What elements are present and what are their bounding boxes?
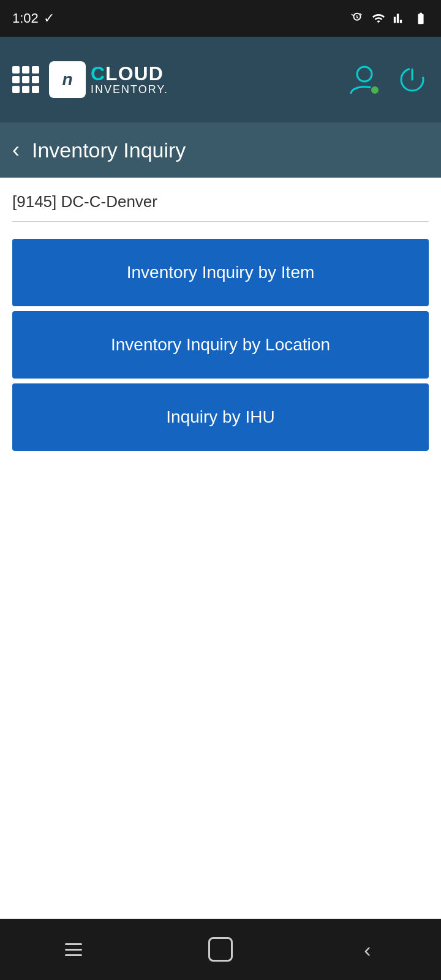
main-content: [9145] DC-C-Denver Inventory Inquiry by … [0, 178, 441, 919]
location-label: [9145] DC-C-Denver [12, 192, 429, 211]
status-icons [350, 12, 429, 25]
time-text: 1:02 [12, 10, 39, 26]
app-header: n CLOUD INVENTORY. [0, 37, 441, 123]
battery-icon [413, 12, 429, 25]
logo-box: n [49, 61, 86, 98]
check-icon: ✓ [43, 10, 55, 26]
recents-button[interactable] [55, 931, 92, 968]
inventory-text: INVENTORY. [91, 83, 168, 96]
header-right [348, 63, 429, 96]
header-left: n CLOUD INVENTORY. [12, 61, 168, 98]
back-nav-button[interactable]: ‹ [349, 931, 386, 968]
grid-menu-icon[interactable] [12, 66, 39, 93]
cloud-text: CLOUD [91, 64, 164, 83]
logo: n CLOUD INVENTORY. [49, 61, 168, 98]
divider [12, 221, 429, 222]
btn-inquiry-by-location[interactable]: Inventory Inquiry by Location [12, 311, 429, 379]
logo-text: CLOUD INVENTORY. [91, 64, 168, 96]
online-indicator [370, 85, 380, 95]
back-button[interactable]: ‹ [12, 139, 20, 161]
btn-inquiry-by-ihu[interactable]: Inquiry by IHU [12, 383, 429, 451]
wifi-icon [371, 12, 386, 25]
status-time: 1:02 ✓ [12, 10, 55, 26]
power-icon[interactable] [396, 63, 429, 96]
status-bar: 1:02 ✓ [0, 0, 441, 37]
page-title-bar: ‹ Inventory Inquiry [0, 123, 441, 178]
home-icon [208, 937, 233, 962]
btn-inquiry-by-item[interactable]: Inventory Inquiry by Item [12, 239, 429, 306]
alarm-icon [350, 12, 364, 25]
user-icon-wrap[interactable] [348, 63, 381, 96]
svg-point-0 [357, 67, 372, 81]
page-title: Inventory Inquiry [32, 138, 186, 162]
home-button[interactable] [202, 931, 239, 968]
bottom-nav-bar: ‹ [0, 919, 441, 980]
back-chevron-icon: ‹ [364, 938, 371, 962]
signal-icon [393, 12, 405, 25]
